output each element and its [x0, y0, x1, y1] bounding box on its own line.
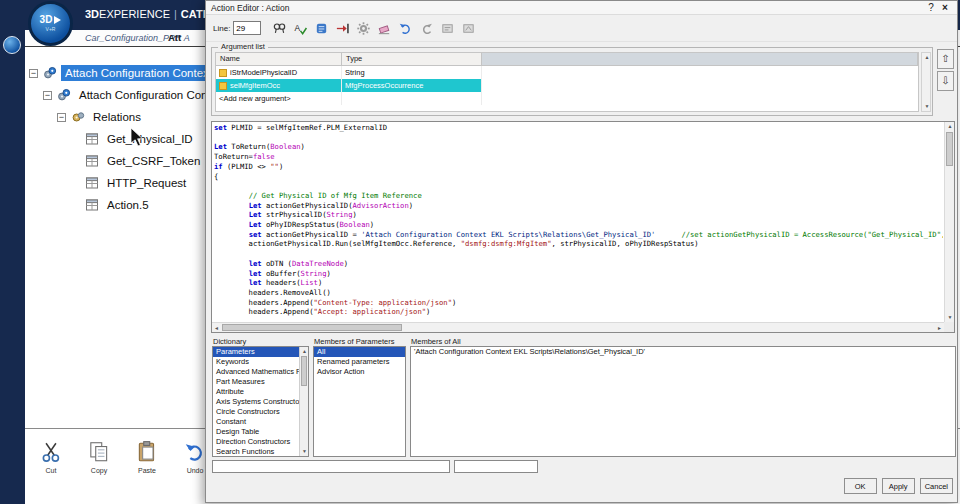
- members-of-all-label: Members of All: [411, 337, 461, 346]
- tree-item-label[interactable]: Get_CSRF_Token: [103, 153, 204, 169]
- ok-button[interactable]: OK: [844, 478, 877, 494]
- list-item[interactable]: Part Measures: [213, 377, 299, 387]
- 3ds-logo[interactable]: 3D V+R: [28, 1, 73, 46]
- list-item[interactable]: Renamed parameters: [314, 357, 405, 367]
- undo-icon[interactable]: [396, 19, 415, 38]
- tree-item[interactable]: Get_CSRF_Token: [25, 150, 210, 172]
- argument-type: [342, 92, 482, 105]
- code-line: Let oPhyIDRespStatus(Boolean): [214, 220, 943, 230]
- scrollbar-thumb[interactable]: [301, 356, 307, 386]
- code-line: headers.Append("Content-Type: applicatio…: [214, 298, 943, 308]
- column-header-type[interactable]: Type: [342, 53, 482, 66]
- code-line: headers.RemoveAll(): [214, 288, 943, 298]
- tree-item-label[interactable]: HTTP_Request: [103, 175, 190, 191]
- list-item[interactable]: Parameters: [213, 347, 299, 357]
- tree-item[interactable]: HTTP_Request: [25, 172, 210, 194]
- list-item[interactable]: Keywords: [213, 357, 299, 367]
- argument-table-header: Name Type: [216, 53, 918, 66]
- column-header-filler: [482, 53, 918, 66]
- list-item[interactable]: Constant: [213, 417, 299, 427]
- filter-field-2[interactable]: [454, 460, 538, 473]
- tree-expander-icon[interactable]: −: [29, 69, 38, 78]
- code-line: [214, 181, 943, 191]
- copy-button[interactable]: Copy: [85, 440, 113, 500]
- filter-field-1[interactable]: [212, 460, 450, 473]
- list-item[interactable]: All: [314, 347, 405, 357]
- list-item[interactable]: Circle Constructors: [213, 407, 299, 417]
- list-item[interactable]: Advanced Mathematics Fu: [213, 367, 299, 377]
- code-editor[interactable]: set PLMID = selMfgItemRef.PLM_ExternalID…: [211, 121, 955, 333]
- tree-item[interactable]: Action.5: [25, 194, 210, 216]
- tree-item-label[interactable]: Get_Physical_ID: [103, 131, 197, 147]
- scroll-right-arrow[interactable]: ►: [935, 323, 944, 333]
- mouse-cursor: [130, 128, 144, 148]
- find-icon[interactable]: [270, 19, 289, 38]
- list-item[interactable]: 'Attach Configuration Context EKL Script…: [411, 347, 955, 357]
- scroll-up-arrow[interactable]: ▲: [922, 53, 932, 62]
- tree-item[interactable]: −Relations: [25, 106, 210, 128]
- argument-row[interactable]: iStrModelPhysicalIDString: [216, 66, 918, 79]
- code-line: actionGetPhysicalID.Run(selMfgItemOcc.Re…: [214, 239, 943, 249]
- close-button[interactable]: ×: [938, 2, 952, 13]
- tree-expander-icon[interactable]: −: [57, 113, 66, 122]
- bottom-toolbar: CutCopyPasteUndo: [25, 440, 210, 500]
- line-number-input[interactable]: [233, 21, 261, 35]
- tree-item[interactable]: −Attach Configuration Conte: [25, 84, 210, 106]
- scroll-down-arrow[interactable]: ▼: [922, 102, 932, 111]
- cut-button[interactable]: Cut: [37, 440, 65, 500]
- list-item[interactable]: Attribute: [213, 387, 299, 397]
- scroll-down-arrow[interactable]: ▼: [300, 447, 309, 456]
- members-of-all-list[interactable]: 'Attach Configuration Context EKL Script…: [410, 346, 956, 457]
- dialog-titlebar[interactable]: Action Editor : Action ? ×: [206, 1, 957, 15]
- tree-item[interactable]: −Attach Configuration Context E: [25, 62, 210, 84]
- list-item[interactable]: Search Functions: [213, 447, 299, 456]
- tree-item-label[interactable]: Attach Configuration Conte: [75, 87, 210, 103]
- scroll-up-arrow[interactable]: ▲: [300, 347, 309, 356]
- tree-item-label[interactable]: Attach Configuration Context E: [61, 65, 210, 81]
- list-item[interactable]: Advisor Action: [314, 367, 405, 377]
- scroll-up-arrow[interactable]: ▲: [945, 122, 955, 131]
- scroll-down-arrow[interactable]: ▼: [945, 313, 955, 322]
- list-item[interactable]: Design Table: [213, 427, 299, 437]
- tree-expander-icon[interactable]: −: [43, 91, 52, 100]
- vertical-scrollbar-thumb[interactable]: [946, 132, 953, 166]
- format-icon[interactable]: [312, 19, 331, 38]
- dictionary-list[interactable]: ParametersKeywordsAdvanced Mathematics F…: [212, 346, 309, 457]
- argument-row[interactable]: selMfgItemOccMfgProcessOccurrence: [216, 79, 918, 92]
- list-item[interactable]: Axis Systems Constructor: [213, 397, 299, 407]
- erase-icon[interactable]: [375, 19, 394, 38]
- tree-item-label[interactable]: Relations: [89, 109, 145, 125]
- apply-button[interactable]: Apply: [882, 478, 915, 494]
- tree-item-label[interactable]: Action.5: [103, 197, 153, 213]
- help-button[interactable]: ?: [924, 2, 938, 13]
- members-of-parameters-list[interactable]: AllRenamed parametersAdvisor Action: [313, 346, 406, 457]
- argument-rows: iStrModelPhysicalIDStringselMfgItemOccMf…: [216, 66, 918, 105]
- code-horizontal-scrollbar[interactable]: ◄ ►: [212, 322, 944, 332]
- tool-b-icon[interactable]: [459, 19, 478, 38]
- argument-row[interactable]: <Add new argument>: [216, 92, 918, 105]
- move-up-button[interactable]: ⇧: [937, 49, 954, 69]
- brand-3d: 3D: [85, 8, 99, 20]
- tab-partial[interactable]: Att: [168, 32, 181, 43]
- cancel-button[interactable]: Cancel: [920, 478, 953, 494]
- dialog-title: Action Editor : Action: [211, 3, 924, 13]
- code-editor-content[interactable]: set PLMID = selMfgItemRef.PLM_ExternalID…: [214, 123, 943, 321]
- settings-icon[interactable]: [354, 19, 373, 38]
- spellcheck-icon[interactable]: A: [291, 19, 310, 38]
- code-vertical-scrollbar[interactable]: ▲ ▼: [944, 122, 954, 322]
- column-header-name[interactable]: Name: [216, 53, 342, 66]
- paste-button[interactable]: Paste: [133, 440, 161, 500]
- scroll-left-arrow[interactable]: ◄: [212, 323, 221, 333]
- move-down-button[interactable]: ⇩: [937, 71, 954, 91]
- toolbar-item-label: Undo: [187, 467, 204, 474]
- argument-scrollbar[interactable]: ▲ ▼: [921, 52, 931, 112]
- goto-line-icon[interactable]: [333, 19, 352, 38]
- horizontal-scrollbar-thumb[interactable]: [222, 324, 402, 331]
- tool-a-icon[interactable]: [438, 19, 457, 38]
- sheet-icon: [85, 132, 99, 146]
- redo-icon[interactable]: [417, 19, 436, 38]
- tree-item[interactable]: Get_Physical_ID: [25, 128, 210, 150]
- compass-icon[interactable]: [3, 36, 21, 54]
- dictionary-scrollbar[interactable]: ▲ ▼: [299, 347, 308, 456]
- list-item[interactable]: Direction Constructors: [213, 437, 299, 447]
